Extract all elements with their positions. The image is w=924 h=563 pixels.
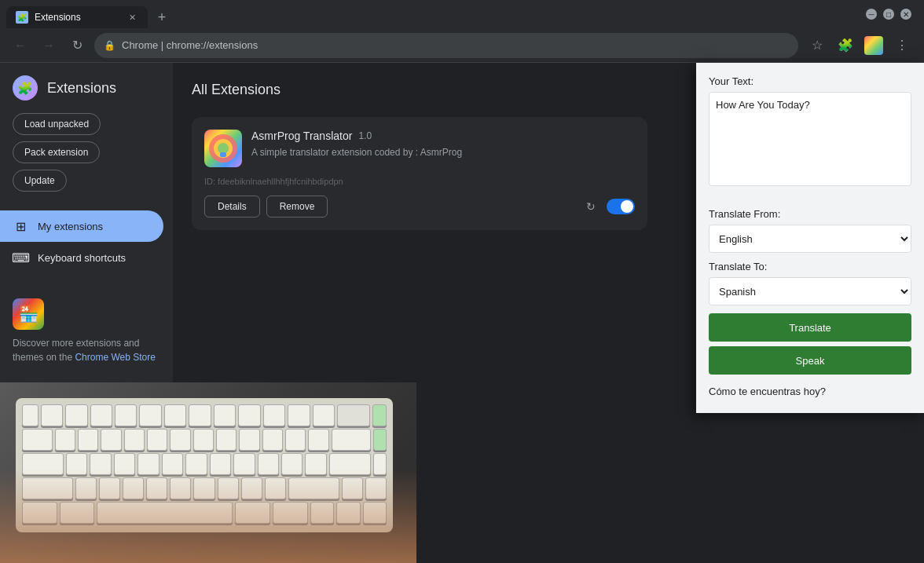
sidebar-title: Extensions <box>47 80 116 97</box>
extension-toggle[interactable] <box>607 199 635 214</box>
new-tab-button[interactable]: + <box>151 6 173 28</box>
keyboard-shortcuts-icon: ⌨ <box>13 250 28 265</box>
extensions-puzzle-button[interactable]: 🧩 <box>833 33 858 58</box>
back-button[interactable]: ← <box>9 35 31 57</box>
sidebar-item-keyboard-shortcuts[interactable]: ⌨ Keyboard shortcuts <box>0 242 163 273</box>
sidebar-item-my-extensions[interactable]: ⊞ My extensions <box>0 210 163 242</box>
translate-to-label: Translate To: <box>709 261 911 272</box>
keyboard-area <box>0 382 416 563</box>
extension-name: AsmrProg Translator 1.0 <box>251 130 462 142</box>
extension-card: AsmrProg Translator 1.0 A simple transla… <box>192 117 647 230</box>
svg-rect-3 <box>220 152 226 157</box>
extensions-logo: 🧩 <box>13 75 38 101</box>
refresh-icon: ↻ <box>586 200 596 213</box>
back-icon: ← <box>14 38 27 53</box>
keyboard-shortcuts-label: Keyboard shortcuts <box>38 252 126 264</box>
nav-actions: ☆ 🧩 ⋮ <box>805 33 915 58</box>
maximize-button[interactable]: □ <box>883 9 894 20</box>
svg-point-2 <box>218 143 229 154</box>
address-bar[interactable]: 🔒 Chrome | chrome://extensions <box>94 33 798 58</box>
active-tab[interactable]: 🧩 Extensions ✕ <box>6 6 148 28</box>
extension-toggle-area: ↻ <box>581 197 635 216</box>
extension-description: A simple translator extension coded by :… <box>251 145 462 159</box>
menu-button[interactable]: ⋮ <box>889 33 915 58</box>
pack-extension-button[interactable]: Pack extension <box>13 141 100 163</box>
bookmark-button[interactable]: ☆ <box>805 33 830 58</box>
sidebar-buttons: Load unpacked Pack extension Update <box>0 113 173 204</box>
profile-icon <box>864 36 883 55</box>
my-extensions-label: My extensions <box>38 221 103 232</box>
forward-button[interactable]: → <box>38 35 60 57</box>
window-controls: ─ □ ✕ <box>866 9 918 20</box>
all-extensions-title: All Extensions <box>192 82 280 98</box>
forward-icon: → <box>42 38 55 53</box>
reload-button[interactable]: ↻ <box>66 35 88 57</box>
new-tab-icon: + <box>158 9 167 26</box>
extension-info: AsmrProg Translator 1.0 A simple transla… <box>251 130 462 159</box>
sidebar-footer-text: Discover more extensions and themes on t… <box>13 336 160 364</box>
speak-button[interactable]: Speak <box>709 346 911 375</box>
translate-from-label: Translate From: <box>709 208 911 220</box>
nav-bar: ← → ↻ 🔒 Chrome | chrome://extensions ☆ 🧩… <box>0 28 924 63</box>
hands-overlay <box>0 469 416 563</box>
tab-title: Extensions <box>35 12 81 23</box>
translate-from-select[interactable]: English Spanish French German <box>709 225 911 253</box>
tab-favicon: 🧩 <box>16 11 28 24</box>
translate-to-select[interactable]: Spanish English French German <box>709 277 911 305</box>
extension-version: 1.0 <box>358 130 372 141</box>
load-unpacked-button[interactable]: Load unpacked <box>13 113 101 135</box>
sidebar-footer: 🏪 Discover more extensions and themes on… <box>0 286 173 377</box>
minimize-button[interactable]: ─ <box>866 9 877 20</box>
extension-card-header: AsmrProg Translator 1.0 A simple transla… <box>204 130 635 167</box>
your-text-label: Your Text: <box>709 75 911 87</box>
title-bar: 🧩 Extensions ✕ + ─ □ ✕ <box>0 0 924 28</box>
remove-button[interactable]: Remove <box>266 196 328 218</box>
my-extensions-icon: ⊞ <box>13 218 28 234</box>
translation-result: Cómo te encuentras hoy? <box>709 382 911 400</box>
address-lock-icon: 🔒 <box>104 40 116 51</box>
extension-icon <box>204 130 242 167</box>
chrome-store-icon: 🏪 <box>13 298 44 330</box>
profile-button[interactable] <box>861 33 886 58</box>
details-button[interactable]: Details <box>204 196 260 218</box>
address-text: Chrome | chrome://extensions <box>122 39 789 51</box>
browser-frame: 🧩 Extensions ✕ + ─ □ ✕ ← → ↻ 🔒 Chrome | … <box>0 0 924 563</box>
sidebar-header: 🧩 Extensions <box>0 75 173 113</box>
translator-popup: Your Text: How Are You Today? Translate … <box>696 63 924 413</box>
input-textarea[interactable]: How Are You Today? <box>709 92 911 186</box>
textarea-wrapper: How Are You Today? <box>709 92 911 199</box>
reload-icon: ↻ <box>72 38 82 53</box>
update-button[interactable]: Update <box>13 170 67 192</box>
extension-card-actions: Details Remove ↻ <box>204 196 635 218</box>
extension-id: ID: fdeebiknlnaehllhhfjhfcnihbdipdpn <box>204 177 635 186</box>
close-button[interactable]: ✕ <box>900 9 911 20</box>
tab-bar: 🧩 Extensions ✕ + <box>6 0 863 28</box>
translate-button[interactable]: Translate <box>709 313 911 342</box>
chrome-web-store-link[interactable]: Chrome Web Store <box>75 352 156 363</box>
sidebar-nav: ⊞ My extensions ⌨ Keyboard shortcuts <box>0 210 173 273</box>
keyboard-image <box>0 382 416 563</box>
tab-close-button[interactable]: ✕ <box>126 11 138 24</box>
refresh-button[interactable]: ↻ <box>581 197 600 216</box>
